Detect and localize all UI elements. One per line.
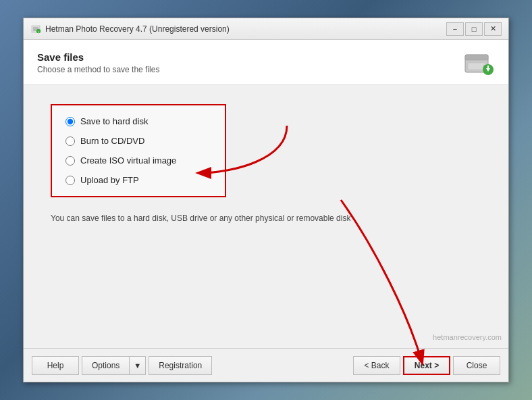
option-hard-disk-label: Save to hard disk [80, 116, 148, 126]
minimize-button[interactable]: − [446, 22, 464, 36]
option-ftp[interactable]: Upload by FTP [65, 175, 211, 185]
help-button[interactable]: Help [32, 356, 79, 375]
options-dropdown-group: Options ▼ [82, 356, 146, 375]
title-bar-left: + Hetman Photo Recovery 4.7 (Unregistere… [30, 24, 230, 34]
app-icon: + [30, 24, 41, 34]
radio-cd-dvd[interactable] [65, 136, 75, 146]
page-title: Save files [37, 51, 159, 63]
radio-ftp[interactable] [65, 176, 75, 185]
save-method-group: Save to hard disk Burn to CD/DVD Create … [51, 104, 226, 197]
header-text: Save files Choose a method to save the f… [37, 51, 159, 74]
footer-right-buttons: < Back Next > Close [353, 356, 500, 375]
options-dropdown-arrow[interactable]: ▼ [129, 356, 146, 375]
svg-rect-10 [487, 66, 489, 69]
option-iso[interactable]: Create ISO virtual image [65, 155, 211, 166]
option-cd-dvd-label: Burn to CD/DVD [80, 136, 144, 146]
svg-rect-6 [468, 63, 485, 70]
options-button[interactable]: Options [82, 356, 129, 375]
option-iso-label: Create ISO virtual image [80, 155, 176, 166]
info-text: You can save files to a hard disk, USB d… [51, 214, 388, 223]
close-button[interactable]: Close [453, 356, 500, 375]
footer-left-buttons: Help Options ▼ Registration [32, 356, 212, 375]
svg-rect-5 [465, 55, 488, 60]
page-subtitle: Choose a method to save the files [37, 65, 159, 74]
content-area: Save to hard disk Burn to CD/DVD Create … [24, 85, 508, 348]
title-bar: + Hetman Photo Recovery 4.7 (Unregistere… [24, 18, 508, 40]
radio-hard-disk[interactable] [65, 117, 75, 126]
registration-button[interactable]: Registration [149, 356, 212, 375]
close-window-button[interactable]: ✕ [484, 22, 502, 36]
watermark: hetmanrecovery.com [433, 333, 502, 341]
disk-icon [462, 49, 495, 76]
main-window: + Hetman Photo Recovery 4.7 (Unregistere… [23, 18, 509, 382]
option-ftp-label: Upload by FTP [80, 175, 139, 185]
option-cd-dvd[interactable]: Burn to CD/DVD [65, 136, 211, 146]
next-button[interactable]: Next > [403, 356, 450, 375]
maximize-button[interactable]: □ [465, 22, 483, 36]
back-button[interactable]: < Back [353, 356, 400, 375]
radio-iso[interactable] [65, 156, 75, 166]
footer: Help Options ▼ Registration < Back Next … [24, 348, 508, 382]
title-bar-controls: − □ ✕ [446, 22, 502, 36]
window-title: Hetman Photo Recovery 4.7 (Unregistered … [45, 24, 230, 34]
header-section: Save files Choose a method to save the f… [24, 40, 508, 85]
option-hard-disk[interactable]: Save to hard disk [65, 116, 211, 126]
